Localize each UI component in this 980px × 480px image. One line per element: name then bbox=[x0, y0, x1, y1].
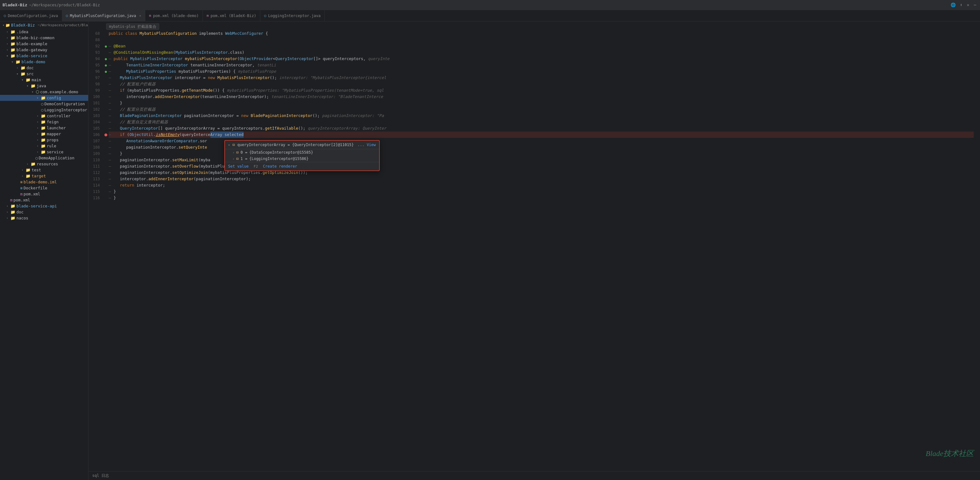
folder-icon: 📁 bbox=[21, 72, 25, 76]
sidebar-item-nacos[interactable]: › 📁 nacos bbox=[0, 215, 88, 221]
main-layout: ▾ 📁 BladeX-Biz ~/Workspaces/product/Blad… bbox=[0, 21, 980, 480]
close-icon[interactable]: ✕ bbox=[966, 2, 970, 8]
expand-arrow: ▾ bbox=[30, 90, 35, 94]
sidebar-item-pom-blade-demo[interactable]: m pom.xml bbox=[0, 191, 88, 197]
editor-area: mybatis-plus 拦截器集合 68 88 92 93 94 95 96 … bbox=[89, 21, 980, 480]
ln-105: 105 bbox=[91, 125, 100, 132]
item-label: config bbox=[47, 96, 61, 100]
ln-111: 111 bbox=[91, 163, 100, 169]
sidebar-item-demo-configuration[interactable]: ○ DemoConfiguration bbox=[0, 101, 88, 107]
sidebar-item-test[interactable]: › 📁 test bbox=[0, 167, 88, 173]
folder-icon: 📁 bbox=[41, 150, 46, 154]
gutter-101 bbox=[103, 100, 109, 106]
ln-104: 104 bbox=[91, 119, 100, 125]
globe-icon[interactable]: 🌐 bbox=[949, 2, 957, 8]
sidebar-item-blade-service-api[interactable]: › 📁 blade-service-api bbox=[0, 203, 88, 209]
up-icon[interactable]: ⬆ bbox=[959, 2, 964, 8]
collapse-arrow: › bbox=[5, 36, 10, 40]
top-toolbar: BladeX-Biz ~/Workspaces/product/BladeX-B… bbox=[0, 0, 980, 10]
editor-scroll[interactable]: mybatis-plus 拦截器集合 68 88 92 93 94 95 96 … bbox=[89, 21, 980, 471]
sidebar-item-doc2[interactable]: › 📁 doc bbox=[0, 209, 88, 215]
sidebar-item-blade-demo-iml[interactable]: ≡ blade-demo.iml bbox=[0, 179, 88, 185]
expand-icon[interactable]: ▾ bbox=[228, 143, 230, 147]
watermark: Blade技术社区 bbox=[926, 448, 974, 459]
gutter-112 bbox=[103, 169, 109, 176]
debug-popup-item-0[interactable]: › ⊟ 0 = {DataScopeInterceptor@15585} bbox=[225, 149, 379, 156]
create-renderer-button[interactable]: Create renderer bbox=[263, 164, 297, 169]
sidebar-item-pom-root[interactable]: m pom.xml bbox=[0, 197, 88, 203]
sidebar-item-blade-example[interactable]: › 📁 blade-example bbox=[0, 41, 88, 47]
root-path: ~/Workspaces/product/BladeX-Biz bbox=[38, 23, 89, 27]
code-line-94: — public MybatisPlusInterceptor mybatisP… bbox=[109, 56, 974, 62]
tab-close-icon[interactable]: ✕ bbox=[139, 14, 141, 18]
folder-icon: 📁 bbox=[10, 48, 16, 52]
item-label: pom.xml bbox=[24, 191, 40, 196]
collapse-arrow: › bbox=[5, 48, 10, 51]
item-label: service bbox=[47, 150, 64, 154]
sidebar-item-doc[interactable]: › 📁 doc bbox=[0, 65, 88, 71]
sidebar-item-idea[interactable]: › 📁 .idea bbox=[0, 29, 88, 35]
tab-pom-blade-demo[interactable]: m pom.xml (blade-demo) bbox=[145, 10, 203, 21]
xml-icon: m bbox=[10, 198, 13, 203]
collapse-arrow: › bbox=[25, 162, 30, 166]
folder-icon: 📁 bbox=[25, 174, 31, 179]
item-label: controller bbox=[47, 113, 70, 118]
gutter-115 bbox=[103, 188, 109, 195]
collapse-arrow: › bbox=[5, 216, 10, 220]
item-label: blade-gateway bbox=[16, 48, 48, 52]
gutter-113 bbox=[103, 176, 109, 182]
item-label: feign bbox=[47, 120, 59, 124]
folder-icon: 📁 bbox=[10, 35, 16, 40]
folder-icon: 📁 bbox=[16, 59, 21, 64]
more-icon[interactable]: ⋯ bbox=[972, 2, 977, 8]
folder-icon: 📁 bbox=[10, 41, 16, 46]
item-label: target bbox=[32, 174, 46, 179]
ln-101: 101 bbox=[91, 100, 100, 106]
sidebar-item-java[interactable]: ▾ 📁 java bbox=[0, 83, 88, 89]
ln-100: 100 bbox=[91, 94, 100, 100]
sidebar-item-demo-application[interactable]: ○ DemoApplication bbox=[0, 155, 88, 161]
bottom-label: sql 日志 bbox=[92, 473, 109, 478]
debug-popup-item-1[interactable]: › ⊟ 1 = {LoggingInterceptor@15586} bbox=[225, 156, 379, 162]
sidebar-item-root[interactable]: ▾ 📁 BladeX-Biz ~/Workspaces/product/Blad… bbox=[0, 21, 88, 29]
tab-demo-config[interactable]: ○ DemoConfiguration.java bbox=[0, 10, 62, 21]
sidebar-item-dockerfile[interactable]: ≡ Dockerfile bbox=[0, 185, 88, 191]
tab-logging-interceptor[interactable]: ○ LoggingInterceptor.java bbox=[260, 10, 325, 21]
set-value-button[interactable]: Set value bbox=[228, 164, 249, 169]
collapse-arrow: › bbox=[35, 138, 40, 142]
sidebar-item-blade-demo[interactable]: ▾ 📁 blade-demo bbox=[0, 59, 88, 65]
sidebar-item-feign[interactable]: › 📁 feign bbox=[0, 119, 88, 125]
sidebar-item-service[interactable]: › 📁 service bbox=[0, 149, 88, 155]
folder-icon: 📁 bbox=[31, 83, 36, 88]
xml-icon: m bbox=[149, 14, 151, 18]
sidebar-item-blade-service[interactable]: ▾ 📁 blade-service bbox=[0, 53, 88, 59]
ln-114: 114 bbox=[91, 182, 100, 188]
sidebar-item-config[interactable]: ▾ 📁 config bbox=[0, 95, 88, 101]
collapse-arrow: › bbox=[35, 114, 40, 118]
sidebar-item-src[interactable]: ▾ 📁 src bbox=[0, 71, 88, 77]
sidebar-item-resources[interactable]: › 📁 resources bbox=[0, 161, 88, 167]
folder-icon: 📁 bbox=[41, 137, 46, 142]
sidebar-item-blade-biz-common[interactable]: › 📁 blade-biz-common bbox=[0, 35, 88, 41]
gutter-110 bbox=[103, 157, 109, 163]
tab-pom-bladex-biz[interactable]: m pom.xml (BladeX-Biz) bbox=[203, 10, 260, 21]
sidebar-item-rule[interactable]: › 📁 rule bbox=[0, 143, 88, 149]
sidebar-item-logging-interceptor[interactable]: ○ LoggingInterceptor bbox=[0, 107, 88, 113]
sidebar-item-main[interactable]: ▾ 📁 main bbox=[0, 77, 88, 83]
ln-96: 96 bbox=[91, 68, 100, 75]
sidebar-item-controller[interactable]: › 📁 controller bbox=[0, 113, 88, 119]
sidebar-item-target[interactable]: › 📁 target bbox=[0, 173, 88, 179]
tab-mybatis-config[interactable]: ○ MybatisPlusConfiguration.java ✕ bbox=[62, 10, 145, 21]
sidebar-item-props[interactable]: › 📁 props bbox=[0, 137, 88, 143]
sidebar-item-package[interactable]: ▾ ⬡ com.example.demo bbox=[0, 89, 88, 95]
expand-arrow: ▾ bbox=[10, 60, 14, 64]
package-icon: ⬡ bbox=[36, 89, 39, 94]
item-arrow: › bbox=[232, 157, 234, 161]
tab-bar: ○ DemoConfiguration.java ○ MybatisPlusCo… bbox=[0, 10, 980, 21]
sidebar-item-launcher[interactable]: › 📁 launcher bbox=[0, 125, 88, 131]
gutter-102 bbox=[103, 106, 109, 113]
sidebar-item-blade-gateway[interactable]: › 📁 blade-gateway bbox=[0, 47, 88, 53]
sidebar-item-mapper[interactable]: › 📁 mapper bbox=[0, 131, 88, 137]
popup-view-link[interactable]: ... View bbox=[358, 143, 376, 147]
collapse-arrow: › bbox=[15, 66, 19, 70]
